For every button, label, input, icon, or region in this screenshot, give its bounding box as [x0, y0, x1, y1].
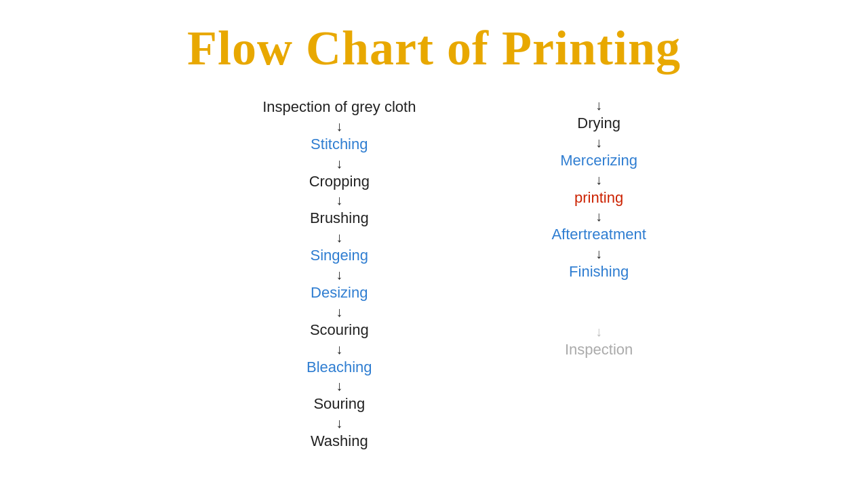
arrow-r5: ↓ — [595, 245, 602, 262]
step-bleaching: Bleaching — [307, 357, 372, 378]
step-brushing: Brushing — [310, 208, 369, 229]
step-stitching: Stitching — [311, 134, 368, 155]
arrow-r3: ↓ — [595, 171, 602, 188]
step-inspection: Inspection — [565, 340, 633, 361]
step-aftertreatment: Aftertreatment — [551, 224, 646, 245]
arrow-1: ↓ — [336, 118, 342, 134]
arrow-7: ↓ — [336, 341, 342, 357]
arrow-5: ↓ — [336, 266, 342, 283]
step-washing: Washing — [311, 431, 368, 452]
arrow-r1: ↓ — [595, 97, 602, 113]
page: Flow Chart of Printing Inspection of gre… — [0, 0, 868, 488]
right-column: ↓ Drying ↓ Mercerizing ↓ printing ↓ Afte… — [551, 97, 646, 452]
arrow-3: ↓ — [336, 192, 342, 208]
flowchart-container: Inspection of grey cloth ↓ Stitching ↓ C… — [0, 97, 868, 452]
arrow-r2: ↓ — [595, 134, 602, 150]
step-printing: printing — [574, 188, 623, 209]
page-title: Flow Chart of Printing — [0, 0, 868, 77]
step-singeing: Singeing — [310, 245, 368, 266]
arrow-9: ↓ — [336, 415, 342, 431]
step-desizing: Desizing — [311, 283, 368, 304]
step-mercerizing: Mercerizing — [560, 150, 637, 171]
step-finishing: Finishing — [569, 262, 629, 283]
step-scouring: Scouring — [310, 320, 369, 341]
arrow-8: ↓ — [336, 378, 342, 394]
arrow-4: ↓ — [336, 229, 342, 245]
left-column: Inspection of grey cloth ↓ Stitching ↓ C… — [262, 97, 416, 452]
arrow-r4: ↓ — [595, 208, 602, 224]
step-inspection-grey: Inspection of grey cloth — [262, 97, 416, 118]
arrow-2: ↓ — [336, 155, 342, 171]
arrow-6: ↓ — [336, 304, 342, 320]
step-drying: Drying — [577, 113, 620, 134]
arrow-r6: ↓ — [595, 323, 602, 340]
step-cropping: Cropping — [309, 171, 370, 192]
step-souring: Souring — [313, 394, 365, 415]
